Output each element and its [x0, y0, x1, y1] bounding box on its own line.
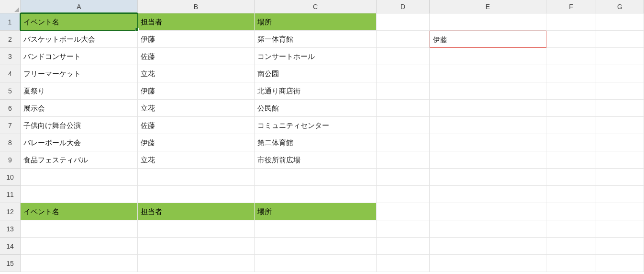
cell-E13[interactable] — [430, 220, 546, 238]
cell-G10[interactable] — [596, 169, 644, 186]
cell-C9[interactable]: 市役所前広場 — [255, 151, 377, 169]
cell-G3[interactable] — [596, 48, 644, 65]
cell-G9[interactable] — [596, 151, 644, 169]
cell-A8[interactable]: バレーボール大会 — [21, 134, 138, 151]
cell-A13[interactable] — [21, 220, 138, 238]
cell-D8[interactable] — [377, 134, 430, 151]
row-header-6[interactable]: 6 — [0, 100, 21, 117]
cell-A15[interactable] — [21, 255, 138, 272]
row-header-4[interactable]: 4 — [0, 65, 21, 82]
cell-E4[interactable] — [430, 65, 546, 82]
cell-A5[interactable]: 夏祭り — [21, 82, 138, 100]
cell-G6[interactable] — [596, 100, 644, 117]
column-header-D[interactable]: D — [377, 0, 430, 13]
cell-G1[interactable] — [596, 13, 644, 31]
cell-F10[interactable] — [546, 169, 596, 186]
cell-F5[interactable] — [546, 82, 596, 100]
cell-B6[interactable]: 立花 — [138, 100, 255, 117]
cell-B7[interactable]: 佐藤 — [138, 117, 255, 134]
column-header-A[interactable]: A — [21, 0, 138, 13]
row-header-8[interactable]: 8 — [0, 134, 21, 151]
cell-A9[interactable]: 食品フェスティバル — [21, 151, 138, 169]
cell-F3[interactable] — [546, 48, 596, 65]
cell-E8[interactable] — [430, 134, 546, 151]
row-header-1[interactable]: 1 — [0, 13, 21, 31]
cell-B3[interactable]: 佐藤 — [138, 48, 255, 65]
cell-G15[interactable] — [596, 255, 644, 272]
cell-G4[interactable] — [596, 65, 644, 82]
cell-E12[interactable] — [430, 203, 546, 220]
row-header-12[interactable]: 12 — [0, 203, 21, 220]
row-header-15[interactable]: 15 — [0, 255, 21, 272]
cell-A1[interactable]: イベント名 — [21, 13, 138, 31]
cell-B4[interactable]: 立花 — [138, 65, 255, 82]
cell-G2[interactable] — [596, 31, 644, 48]
cell-B1[interactable]: 担当者 — [138, 13, 255, 31]
cell-F8[interactable] — [546, 134, 596, 151]
cell-D3[interactable] — [377, 48, 430, 65]
cell-C3[interactable]: コンサートホール — [255, 48, 377, 65]
row-header-5[interactable]: 5 — [0, 82, 21, 100]
cell-D7[interactable] — [377, 117, 430, 134]
cell-E11[interactable] — [430, 186, 546, 203]
cell-E7[interactable] — [430, 117, 546, 134]
cell-C13[interactable] — [255, 220, 377, 238]
cell-F14[interactable] — [546, 238, 596, 255]
cell-B9[interactable]: 立花 — [138, 151, 255, 169]
cell-B12[interactable]: 担当者 — [138, 203, 255, 220]
row-header-11[interactable]: 11 — [0, 186, 21, 203]
cell-B11[interactable] — [138, 186, 255, 203]
cell-E5[interactable] — [430, 82, 546, 100]
cell-G12[interactable] — [596, 203, 644, 220]
column-header-F[interactable]: F — [546, 0, 596, 13]
row-header-14[interactable]: 14 — [0, 238, 21, 255]
cell-D11[interactable] — [377, 186, 430, 203]
cell-B5[interactable]: 伊藤 — [138, 82, 255, 100]
cell-F2[interactable] — [546, 31, 596, 48]
column-header-G[interactable]: G — [596, 0, 644, 13]
cell-A10[interactable] — [21, 169, 138, 186]
cell-C7[interactable]: コミュニティセンター — [255, 117, 377, 134]
cell-D13[interactable] — [377, 220, 430, 238]
cell-C10[interactable] — [255, 169, 377, 186]
cell-B2[interactable]: 伊藤 — [138, 31, 255, 48]
cell-E1[interactable] — [430, 13, 546, 31]
cell-C6[interactable]: 公民館 — [255, 100, 377, 117]
cell-D9[interactable] — [377, 151, 430, 169]
cell-B14[interactable] — [138, 238, 255, 255]
cell-A12[interactable]: イベント名 — [21, 203, 138, 220]
cell-G14[interactable] — [596, 238, 644, 255]
cell-F4[interactable] — [546, 65, 596, 82]
row-header-3[interactable]: 3 — [0, 48, 21, 65]
row-header-7[interactable]: 7 — [0, 117, 21, 134]
cell-B15[interactable] — [138, 255, 255, 272]
cell-A2[interactable]: バスケットボール大会 — [21, 31, 138, 48]
cell-C1[interactable]: 場所 — [255, 13, 377, 31]
cell-A11[interactable] — [21, 186, 138, 203]
cell-F9[interactable] — [546, 151, 596, 169]
cell-D6[interactable] — [377, 100, 430, 117]
cell-A4[interactable]: フリーマーケット — [21, 65, 138, 82]
cell-F7[interactable] — [546, 117, 596, 134]
cell-C12[interactable]: 場所 — [255, 203, 377, 220]
cell-C8[interactable]: 第二体育館 — [255, 134, 377, 151]
cell-D15[interactable] — [377, 255, 430, 272]
cell-G8[interactable] — [596, 134, 644, 151]
cell-E3[interactable] — [430, 48, 546, 65]
cell-E9[interactable] — [430, 151, 546, 169]
row-header-13[interactable]: 13 — [0, 220, 21, 238]
cell-B8[interactable]: 伊藤 — [138, 134, 255, 151]
cell-G11[interactable] — [596, 186, 644, 203]
cell-G13[interactable] — [596, 220, 644, 238]
column-header-E[interactable]: E — [430, 0, 546, 13]
spreadsheet-grid[interactable]: ABCDEFG1イベント名担当者場所2バスケットボール大会伊藤第一体育館伊藤3バ… — [0, 0, 644, 272]
cell-G5[interactable] — [596, 82, 644, 100]
cell-A14[interactable] — [21, 238, 138, 255]
cell-F11[interactable] — [546, 186, 596, 203]
cell-E15[interactable] — [430, 255, 546, 272]
cell-A6[interactable]: 展示会 — [21, 100, 138, 117]
cell-B13[interactable] — [138, 220, 255, 238]
select-all-corner[interactable] — [0, 0, 21, 13]
cell-D4[interactable] — [377, 65, 430, 82]
cell-E10[interactable] — [430, 169, 546, 186]
